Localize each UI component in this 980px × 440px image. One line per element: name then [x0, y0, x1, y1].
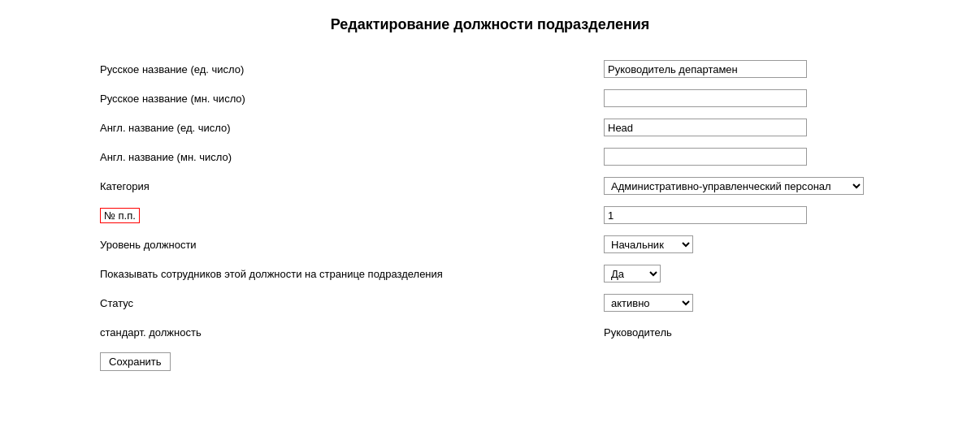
russian-plural-row: Русское название (мн. число)	[100, 87, 880, 110]
save-button[interactable]: Сохранить	[100, 352, 171, 371]
english-singular-input[interactable]	[604, 119, 807, 136]
status-select[interactable]: активно неактивно	[604, 294, 693, 312]
status-row: Статус активно неактивно	[100, 291, 880, 314]
number-input[interactable]	[604, 206, 807, 224]
level-row: Уровень должности Начальник	[100, 233, 880, 256]
standard-role-value: Руководитель	[604, 326, 672, 339]
level-select[interactable]: Начальник	[604, 235, 693, 253]
number-label-container: № п.п.	[100, 208, 604, 223]
number-label: № п.п.	[100, 208, 140, 223]
russian-plural-label: Русское название (мн. число)	[100, 93, 604, 105]
english-plural-input[interactable]	[604, 148, 807, 166]
english-plural-label: Англ. название (мн. число)	[100, 151, 604, 163]
russian-singular-input[interactable]	[604, 60, 807, 78]
english-plural-row: Англ. название (мн. число)	[100, 145, 880, 168]
category-row: Категория Административно-управленческий…	[100, 175, 880, 197]
category-select[interactable]: Административно-управленческий персонал	[604, 177, 864, 195]
russian-plural-input[interactable]	[604, 89, 807, 107]
status-label: Статус	[100, 297, 604, 309]
number-row: № п.п.	[100, 204, 880, 226]
russian-singular-label: Русское название (ед. число)	[100, 63, 604, 75]
show-employees-label: Показывать сотрудников этой должности на…	[100, 268, 604, 280]
category-label: Категория	[100, 180, 604, 192]
english-singular-label: Англ. название (ед. число)	[100, 122, 604, 134]
english-singular-row: Англ. название (ед. число)	[100, 116, 880, 139]
show-employees-select[interactable]: Да Нет	[604, 265, 661, 283]
standard-role-label: стандарт. должность	[100, 326, 604, 339]
standard-role-row: стандарт. должность Руководитель	[100, 321, 880, 343]
save-row: Сохранить	[100, 350, 880, 373]
page-title: Редактирование должности подразделения	[100, 16, 880, 33]
russian-singular-row: Русское название (ед. число)	[100, 58, 880, 80]
level-label: Уровень должности	[100, 239, 604, 251]
show-employees-row: Показывать сотрудников этой должности на…	[100, 262, 880, 285]
